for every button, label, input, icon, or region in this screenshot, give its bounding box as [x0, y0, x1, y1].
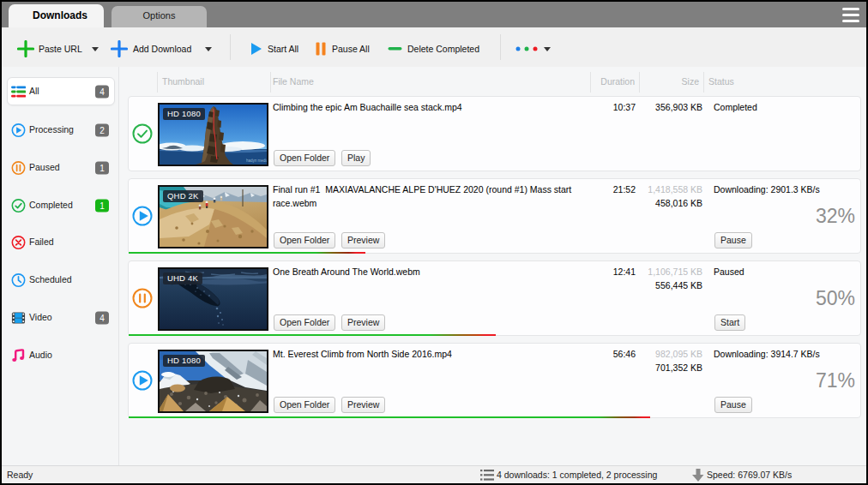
svg-text:hadyn media: hadyn media: [246, 159, 267, 163]
